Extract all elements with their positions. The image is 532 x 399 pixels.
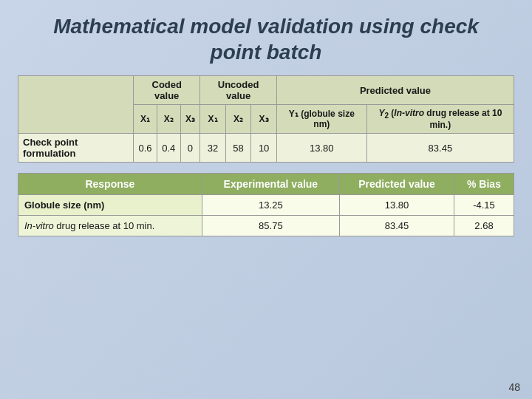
y1-header: Y₁ (globule size nm) [276, 105, 366, 134]
uncoded-col2-header: X₂ [225, 105, 251, 134]
row2-label: In-vitro drug release at 10 min. [18, 216, 202, 236]
title-line1: Mathematical model validation using chec… [53, 15, 479, 38]
y1-val: 13.80 [276, 134, 366, 163]
uncoded-col1-header: X₁ [200, 105, 226, 134]
uncoded-val3: 10 [251, 134, 277, 163]
coded-val2: 0.4 [157, 134, 180, 163]
uncoded-val2: 58 [225, 134, 251, 163]
row1-label: Globule size (nm) [18, 195, 202, 216]
coded-val3: 0 [180, 134, 200, 163]
row1-bias: -4.15 [454, 195, 514, 216]
coded-col3-header: X₃ [180, 105, 200, 134]
y2-val: 83.45 [366, 134, 514, 163]
top-table: Coded value Uncoded value Predicted valu… [18, 75, 514, 163]
empty-header [18, 76, 134, 134]
predicted-header: Predicted value [339, 174, 454, 195]
bias-header: % Bias [454, 174, 514, 195]
uncoded-val1: 32 [200, 134, 226, 163]
page-title: Mathematical model validation using chec… [18, 13, 514, 65]
page-number: 48 [508, 381, 520, 393]
title-line2: point batch [211, 41, 322, 64]
y2-header: Y2 (In-vitro drug release at 10 min.) [366, 105, 514, 134]
row1-exp: 13.25 [202, 195, 339, 216]
response-header: Response [18, 174, 202, 195]
page: Mathematical model validation using chec… [0, 0, 532, 399]
row2-exp: 85.75 [202, 216, 339, 236]
coded-val1: 0.6 [134, 134, 157, 163]
coded-col1-header: X₁ [134, 105, 157, 134]
uncoded-col3-header: X₃ [251, 105, 277, 134]
row1-pred: 13.80 [339, 195, 454, 216]
experimental-header: Experimental value [202, 174, 339, 195]
row2-bias: 2.68 [454, 216, 514, 236]
predicted-value-header: Predicted value [276, 76, 514, 105]
bottom-table: Response Experimental value Predicted va… [18, 173, 514, 236]
row2-pred: 83.45 [339, 216, 454, 236]
coded-value-header: Coded value [134, 76, 200, 105]
coded-col2-header: X₂ [157, 105, 180, 134]
uncoded-value-header: Uncoded value [200, 76, 277, 105]
check-point-label: Check point formulation [18, 134, 134, 163]
